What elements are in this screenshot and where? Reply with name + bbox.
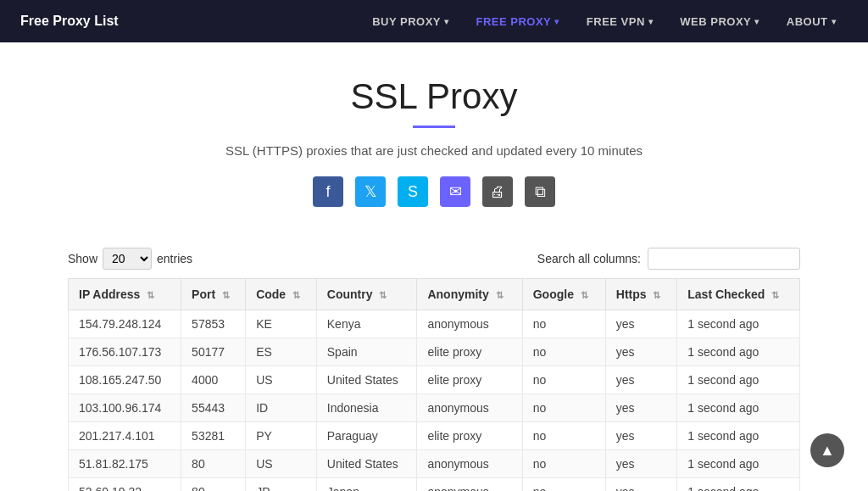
cell-https: yes [605, 478, 677, 492]
cell-last_checked: 1 second ago [677, 394, 800, 422]
cell-country: Japan [316, 478, 417, 492]
cell-google: no [522, 394, 605, 422]
sort-icon: ⇅ [147, 290, 154, 301]
cell-last_checked: 1 second ago [677, 422, 800, 450]
copy-icon[interactable]: ⧉ [525, 176, 555, 207]
cell-https: yes [605, 422, 677, 450]
search-label: Search all columns: [537, 252, 641, 265]
scroll-to-top-button[interactable]: ▲ [810, 433, 844, 467]
page-header: SSL Proxy SSL (HTTPS) proxies that are j… [0, 42, 868, 248]
cell-https: yes [605, 338, 677, 366]
table-row: 51.81.82.17580USUnited Statesanonymousno… [69, 450, 800, 478]
cell-port: 80 [181, 478, 246, 492]
cell-code: JP [246, 478, 317, 492]
cell-code: US [246, 366, 317, 394]
col-port[interactable]: Port ⇅ [181, 279, 246, 310]
cell-anonymity: anonymous [417, 450, 522, 478]
table-row: 52.69.19.3280JPJapananonymousnoyes1 seco… [69, 478, 800, 492]
table-row: 103.100.96.17455443IDIndonesiaanonymousn… [69, 394, 800, 422]
header-row: IP Address ⇅ Port ⇅ Code ⇅ Country ⇅ Ano… [69, 279, 800, 310]
col-anonymity[interactable]: Anonymity ⇅ [417, 279, 522, 310]
sort-icon: ⇅ [292, 290, 300, 301]
table-row: 176.56.107.17350177ESSpainelite proxynoy… [69, 338, 800, 366]
show-entries-control: Show 20 10 50 100 entries [68, 248, 192, 270]
cell-ip: 108.165.247.50 [69, 366, 181, 394]
cell-anonymity: anonymous [417, 478, 522, 492]
cell-last_checked: 1 second ago [677, 450, 800, 478]
cell-https: yes [605, 450, 677, 478]
cell-anonymity: elite proxy [417, 422, 522, 450]
twitter-icon[interactable]: 𝕏 [355, 176, 386, 207]
entries-select[interactable]: 20 10 50 100 [103, 248, 152, 270]
page-subtitle: SSL (HTTPS) proxies that are just checke… [17, 143, 851, 158]
cell-https: yes [605, 310, 677, 338]
cell-ip: 201.217.4.101 [69, 422, 181, 450]
nav-brand: Free Proxy List [20, 14, 119, 29]
navbar: Free Proxy List BUY PROXY ▾ FREE PROXY ▾… [0, 0, 868, 42]
cell-anonymity: elite proxy [417, 366, 522, 394]
search-input[interactable] [648, 248, 800, 270]
proxy-table-wrap: IP Address ⇅ Port ⇅ Code ⇅ Country ⇅ Ano… [0, 278, 868, 491]
cell-port: 80 [181, 450, 246, 478]
social-icons: f 𝕏 S ✉ 🖨 ⧉ [17, 176, 851, 207]
cell-google: no [522, 478, 605, 492]
cell-ip: 176.56.107.173 [69, 338, 181, 366]
col-google[interactable]: Google ⇅ [522, 279, 605, 310]
cell-google: no [522, 422, 605, 450]
cell-google: no [522, 338, 605, 366]
nav-item-about[interactable]: ABOUT ▾ [775, 8, 848, 35]
nav-items: BUY PROXY ▾ FREE PROXY ▾ FREE VPN ▾ WEB … [360, 8, 848, 35]
cell-port: 55443 [181, 394, 246, 422]
cell-google: no [522, 310, 605, 338]
cell-code: KE [246, 310, 317, 338]
cell-last_checked: 1 second ago [677, 310, 800, 338]
cell-google: no [522, 450, 605, 478]
cell-country: Paraguay [316, 422, 417, 450]
cell-ip: 103.100.96.174 [69, 394, 181, 422]
cell-country: Indonesia [316, 394, 417, 422]
page-title: SSL Proxy [17, 76, 851, 117]
cell-last_checked: 1 second ago [677, 478, 800, 492]
cell-ip: 51.81.82.175 [69, 450, 181, 478]
cell-ip: 52.69.19.32 [69, 478, 181, 492]
nav-item-free-proxy[interactable]: FREE PROXY ▾ [465, 8, 571, 35]
sort-icon: ⇅ [379, 290, 387, 301]
proxy-table: IP Address ⇅ Port ⇅ Code ⇅ Country ⇅ Ano… [68, 278, 800, 491]
cell-code: PY [246, 422, 317, 450]
sort-icon: ⇅ [222, 290, 230, 301]
chevron-down-icon: ▾ [754, 17, 760, 26]
table-header: IP Address ⇅ Port ⇅ Code ⇅ Country ⇅ Ano… [69, 279, 800, 310]
chevron-down-icon: ▾ [648, 17, 654, 26]
title-underline [413, 126, 455, 128]
cell-https: yes [605, 394, 677, 422]
table-row: 201.217.4.10153281PYParaguayelite proxyn… [69, 422, 800, 450]
cell-code: ES [246, 338, 317, 366]
chevron-down-icon: ▾ [444, 17, 449, 26]
col-https[interactable]: Https ⇅ [605, 279, 677, 310]
cell-country: Spain [316, 338, 417, 366]
table-row: 108.165.247.504000USUnited Stateselite p… [69, 366, 800, 394]
cell-port: 53281 [181, 422, 246, 450]
cell-code: ID [246, 394, 317, 422]
skype-icon[interactable]: S [398, 176, 428, 207]
email-icon[interactable]: ✉ [440, 176, 470, 207]
print-icon[interactable]: 🖨 [482, 176, 513, 207]
cell-port: 50177 [181, 338, 246, 366]
cell-ip: 154.79.248.124 [69, 310, 181, 338]
nav-item-free-vpn[interactable]: FREE VPN ▾ [575, 8, 665, 35]
col-last-checked[interactable]: Last Checked ⇅ [677, 279, 800, 310]
cell-last_checked: 1 second ago [677, 366, 800, 394]
facebook-icon[interactable]: f [313, 176, 343, 207]
cell-https: yes [605, 366, 677, 394]
entries-label: entries [157, 252, 192, 265]
cell-country: United States [316, 450, 417, 478]
cell-google: no [522, 366, 605, 394]
col-ip[interactable]: IP Address ⇅ [69, 279, 181, 310]
show-label: Show [68, 252, 97, 265]
col-country[interactable]: Country ⇅ [316, 279, 417, 310]
table-body: 154.79.248.12457853KEKenyaanonymousnoyes… [69, 310, 800, 492]
nav-item-buy-proxy[interactable]: BUY PROXY ▾ [360, 8, 460, 35]
cell-anonymity: anonymous [417, 394, 522, 422]
col-code[interactable]: Code ⇅ [246, 279, 317, 310]
nav-item-web-proxy[interactable]: WEB PROXY ▾ [668, 8, 771, 35]
